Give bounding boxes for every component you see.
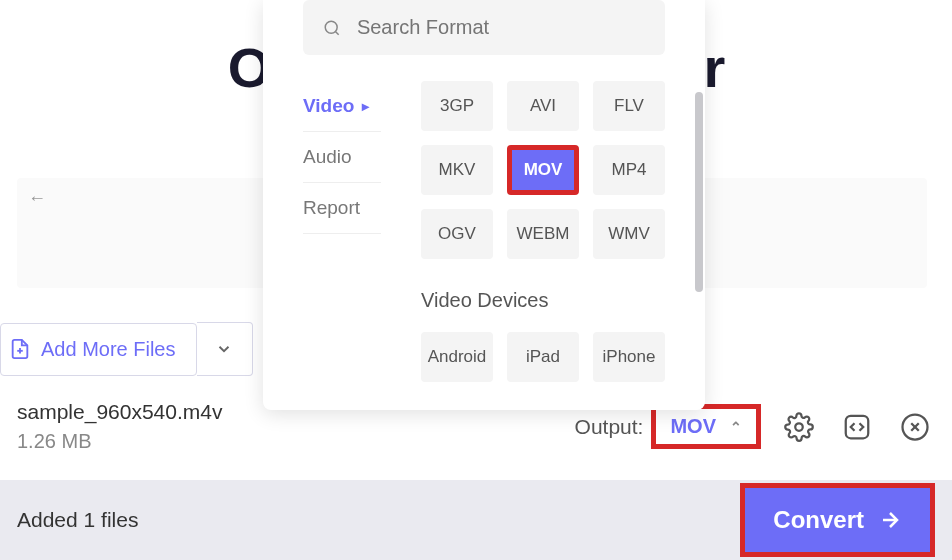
remove-button[interactable]: [895, 407, 935, 447]
device-android[interactable]: Android: [421, 332, 493, 382]
chevron-up-icon: ⌃: [730, 419, 742, 435]
svg-point-2: [795, 423, 803, 431]
add-more-files-button[interactable]: Add More Files: [0, 323, 197, 376]
category-list: Video Audio Report: [303, 81, 381, 382]
back-arrow-icon[interactable]: ←: [28, 188, 46, 209]
category-report[interactable]: Report: [303, 183, 381, 234]
close-icon: [900, 412, 930, 442]
status-text: Added 1 files: [17, 508, 740, 532]
convert-label: Convert: [773, 506, 864, 534]
footer: Added 1 files Convert: [0, 480, 952, 560]
format-flv[interactable]: FLV: [593, 81, 665, 131]
device-ipad[interactable]: iPad: [507, 332, 579, 382]
add-file-icon: [9, 338, 31, 360]
output-label: Output:: [575, 415, 644, 439]
svg-rect-3: [846, 415, 869, 438]
chevron-down-icon: [215, 340, 233, 358]
format-ogv[interactable]: OGV: [421, 209, 493, 259]
svg-line-9: [335, 31, 338, 34]
format-mp4[interactable]: MP4: [593, 145, 665, 195]
search-input[interactable]: [357, 16, 645, 39]
format-mkv[interactable]: MKV: [421, 145, 493, 195]
settings-button[interactable]: [779, 407, 819, 447]
arrow-right-icon: [878, 508, 902, 532]
add-more-dropdown-button[interactable]: [197, 322, 253, 376]
format-webm[interactable]: WEBM: [507, 209, 579, 259]
add-more-label: Add More Files: [41, 338, 176, 361]
output-format-select[interactable]: MOV ⌃: [651, 404, 761, 449]
format-wmv[interactable]: WMV: [593, 209, 665, 259]
search-box[interactable]: [303, 0, 665, 55]
convert-button[interactable]: Convert: [745, 488, 930, 552]
format-mov[interactable]: MOV: [507, 145, 579, 195]
svg-point-8: [325, 21, 337, 33]
file-size: 1.26 MB: [17, 430, 575, 453]
format-dropdown-panel: Video Audio Report 3GP AVI FLV MKV MOV M…: [263, 0, 705, 410]
format-3gp[interactable]: 3GP: [421, 81, 493, 131]
device-iphone[interactable]: iPhone: [593, 332, 665, 382]
output-format-value: MOV: [670, 415, 716, 438]
category-video[interactable]: Video: [303, 81, 381, 132]
format-avi[interactable]: AVI: [507, 81, 579, 131]
category-audio[interactable]: Audio: [303, 132, 381, 183]
gear-icon: [784, 412, 814, 442]
scrollbar[interactable]: [695, 92, 703, 292]
devices-header: Video Devices: [421, 289, 665, 312]
code-icon: [842, 412, 872, 442]
search-icon: [323, 18, 341, 38]
embed-button[interactable]: [837, 407, 877, 447]
